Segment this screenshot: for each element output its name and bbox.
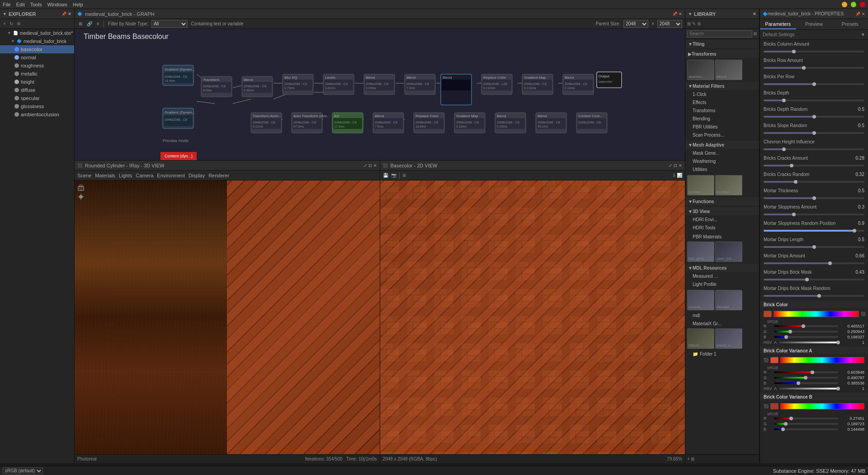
brick-color-picker-icon[interactable]: ⬛ bbox=[861, 312, 864, 316]
lib-thumb-abandon[interactable]: abandon... bbox=[687, 60, 714, 80]
slider-brick-g[interactable] bbox=[774, 331, 838, 332]
gtb-view-btn[interactable]: ⊞ bbox=[77, 21, 84, 26]
exp-add-btn[interactable]: + bbox=[2, 21, 7, 27]
brick-color-swatch[interactable] bbox=[764, 311, 772, 317]
view3d-expand-icon[interactable]: ⤢ bbox=[363, 163, 367, 168]
prop-tab-preview[interactable]: Preview bbox=[796, 19, 832, 29]
menu-edit[interactable]: Edit bbox=[16, 2, 25, 7]
lib-item-pbr[interactable]: PBR Utilities bbox=[685, 123, 759, 131]
variance-b-swatch[interactable] bbox=[770, 403, 778, 409]
slider-vb-b[interactable] bbox=[774, 428, 838, 430]
tree-item-glossiness[interactable]: glossiness bbox=[0, 102, 74, 110]
lib-item-1click[interactable]: 1-Click bbox=[685, 90, 759, 98]
lib-item-lightprofile[interactable]: Light Profile bbox=[685, 280, 759, 288]
prop-preset-arrow[interactable]: ▼ bbox=[861, 32, 865, 37]
menu-tools[interactable]: Tools bbox=[30, 2, 42, 7]
lib-search-input[interactable] bbox=[687, 30, 752, 38]
view2d-info-icon[interactable]: ℹ bbox=[673, 173, 675, 178]
brick-color-gradient[interactable] bbox=[774, 311, 859, 317]
slider-mortar-slop[interactable] bbox=[764, 214, 864, 215]
lib-thumb-cave[interactable]: cave_ent... bbox=[715, 242, 742, 262]
lib-thumb-bonifaci1[interactable]: bonifaci... bbox=[687, 175, 714, 195]
slider-brick-a[interactable] bbox=[779, 342, 838, 343]
tree-item-graph[interactable]: ▼ 🔷 medieval_tudor_brick bbox=[0, 37, 74, 45]
variance-a-swatch[interactable] bbox=[770, 357, 778, 363]
lib-add-btn[interactable]: + bbox=[687, 456, 690, 461]
lib-item-blending[interactable]: Blending bbox=[685, 114, 759, 123]
tree-item-diffuse[interactable]: diffuse bbox=[0, 86, 74, 94]
slider-chevron[interactable] bbox=[764, 148, 864, 150]
light-icon[interactable] bbox=[77, 193, 85, 201]
slider-brick-r[interactable] bbox=[774, 325, 838, 327]
lib-expand-icon[interactable]: ▼ bbox=[688, 12, 692, 16]
lib-section-meshadaptive-title[interactable]: ▼ Mesh Adaptive bbox=[685, 141, 759, 149]
lib-filter-btn[interactable]: ⚙ bbox=[697, 21, 701, 26]
tree-item-metallic[interactable]: metallic bbox=[0, 70, 74, 78]
lib-item-hdri-tools[interactable]: HDRI Tools bbox=[685, 223, 759, 232]
slider-va-r[interactable] bbox=[774, 371, 838, 373]
gtb-size-select[interactable]: 2048 bbox=[623, 20, 648, 28]
slider-drips-mask[interactable] bbox=[764, 279, 864, 280]
lib-item-mdl2[interactable]: mdl bbox=[685, 311, 759, 319]
lib-item-materialx[interactable]: MaterialX Gr... bbox=[685, 319, 759, 328]
slider-cracks-amount[interactable] bbox=[764, 165, 864, 166]
lib-filter2-btn[interactable]: ⚙ bbox=[753, 31, 757, 36]
maximize-button[interactable] bbox=[851, 2, 856, 7]
lib-item-weathering[interactable]: Weathering bbox=[685, 157, 759, 165]
tab-scene[interactable]: Scene bbox=[77, 173, 91, 178]
prop-pin-icon[interactable]: 📌 bbox=[855, 12, 860, 16]
tab-renderer[interactable]: Renderer bbox=[208, 173, 229, 178]
tree-item-specular[interactable]: specular bbox=[0, 94, 74, 102]
view2d-close-icon[interactable]: ✕ bbox=[679, 163, 682, 168]
slider-drips-mask-rand[interactable] bbox=[764, 295, 864, 297]
lib-item-hdri-env[interactable]: HDRI Envi... bbox=[685, 215, 759, 223]
tree-item-roughness[interactable]: roughness bbox=[0, 62, 74, 70]
lib-view2-btn[interactable]: ⊞ bbox=[691, 456, 694, 461]
slider-bricks-col[interactable] bbox=[764, 51, 864, 52]
lib-edit-btn[interactable]: ✎ bbox=[692, 21, 696, 26]
gtb-link-btn[interactable]: 🔗 bbox=[85, 21, 94, 26]
slider-slope-random[interactable] bbox=[764, 132, 864, 134]
tab-lights[interactable]: Lights bbox=[119, 173, 132, 178]
graph-content[interactable]: Timber Beams Basecolour bbox=[75, 29, 685, 160]
lib-thumb-corsica[interactable]: corsica_... bbox=[687, 290, 714, 310]
lib-item-folder1[interactable]: 📁 Folder 1 bbox=[685, 350, 759, 358]
tree-item-file[interactable]: ▼ 📄 medieval_tudor_brick.sbs* bbox=[0, 29, 74, 37]
exp-filter-btn[interactable]: ⚙ bbox=[15, 21, 22, 27]
view2d-camera2-icon[interactable]: 📷 bbox=[391, 173, 396, 178]
camera-icon[interactable] bbox=[77, 184, 85, 192]
menu-windows[interactable]: Windows bbox=[47, 2, 67, 7]
tab-camera[interactable]: Camera bbox=[136, 173, 153, 178]
lib-section-tiling-title[interactable]: ▼ Tiling bbox=[685, 40, 759, 48]
view2d-fullscreen-icon[interactable]: ⊡ bbox=[674, 163, 677, 168]
lib-thumb-gfinok[interactable]: Gfinok... bbox=[687, 328, 714, 349]
lib-section-matfilters-title[interactable]: ▼ Material Filters bbox=[685, 82, 759, 90]
lib-item-scan[interactable]: Scan Process... bbox=[685, 131, 759, 139]
explorer-pin-icon[interactable]: 📌 bbox=[61, 12, 66, 16]
variance-a-gradient[interactable] bbox=[780, 357, 864, 363]
lib-item-maskgene[interactable]: Mask Gene... bbox=[685, 149, 759, 157]
slider-drips-amount[interactable] bbox=[764, 262, 864, 264]
lib-section-transforms-title[interactable]: ▶ Transforms bbox=[685, 50, 759, 58]
view2d-grid-icon[interactable]: ⊞ bbox=[402, 173, 406, 178]
tree-item-ao[interactable]: ambientocclusion bbox=[0, 110, 74, 119]
slider-mortar-slop-rand[interactable] bbox=[764, 230, 864, 232]
gtb-nodetype-select[interactable]: All bbox=[151, 20, 188, 28]
lib-close-icon[interactable]: ✕ bbox=[753, 12, 756, 16]
lib-section-3dview-title[interactable]: ▼ 3D View bbox=[685, 207, 759, 215]
slider-brick-b[interactable] bbox=[774, 336, 838, 338]
menu-file[interactable]: File bbox=[3, 2, 11, 7]
menu-help[interactable]: Help bbox=[73, 2, 83, 7]
lib-item-utilities[interactable]: Utilities bbox=[685, 165, 759, 173]
prop-tab-parameters[interactable]: Parameters bbox=[760, 19, 796, 29]
prop-close-icon[interactable]: ✕ bbox=[862, 12, 865, 16]
lib-item-transforms2[interactable]: Transforms bbox=[685, 106, 759, 114]
explorer-expand-icon[interactable]: ▼ bbox=[3, 12, 7, 16]
slider-va-b[interactable] bbox=[774, 382, 838, 384]
close-button[interactable] bbox=[860, 2, 865, 7]
tab-environment[interactable]: Environment bbox=[157, 173, 185, 178]
minimize-button[interactable] bbox=[842, 2, 847, 7]
view3d-fullscreen-icon[interactable]: ⊡ bbox=[368, 163, 372, 168]
tab-display[interactable]: Display bbox=[189, 173, 205, 178]
slider-depth-random[interactable] bbox=[764, 116, 864, 118]
